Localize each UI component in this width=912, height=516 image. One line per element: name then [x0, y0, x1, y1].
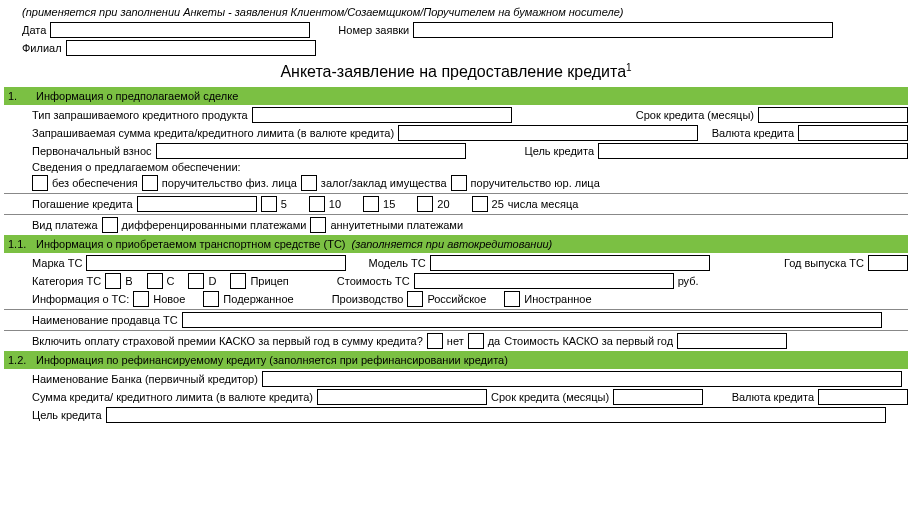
kasko-q-label: Включить оплату страховой премии КАСКО з…: [32, 335, 423, 347]
no-collateral-label: без обеспечения: [52, 177, 138, 189]
used-label: Подержанное: [223, 293, 293, 305]
seller-label: Наименование продавца ТС: [32, 314, 178, 326]
category-label: Категория ТС: [32, 275, 101, 287]
cat-b-checkbox[interactable]: [105, 273, 121, 289]
used-checkbox[interactable]: [203, 291, 219, 307]
new-checkbox[interactable]: [133, 291, 149, 307]
day25-checkbox[interactable]: [472, 196, 488, 212]
product-type-field[interactable]: [252, 107, 512, 123]
down-payment-field[interactable]: [156, 143, 466, 159]
section-1-header: 1. Информация о предполагаемой сделке: [4, 87, 908, 105]
branch-label: Филиал: [22, 42, 62, 54]
repayment-field[interactable]: [137, 196, 257, 212]
purpose-label: Цель кредита: [525, 145, 595, 157]
new-label: Новое: [153, 293, 185, 305]
day10-checkbox[interactable]: [309, 196, 325, 212]
form-title: Анкета-заявление на предоставление креди…: [4, 62, 908, 81]
trailer-label: Прицеп: [250, 275, 288, 287]
kasko-no-label: нет: [447, 335, 464, 347]
section-12-label: Информация по рефинансируемому кредиту (…: [30, 354, 508, 366]
cost-label: Стоимость ТС: [337, 275, 410, 287]
section-12-num: 1.2.: [8, 354, 30, 366]
model-field[interactable]: [430, 255, 710, 271]
branch-field[interactable]: [66, 40, 316, 56]
cat-d-checkbox[interactable]: [188, 273, 204, 289]
brand-field[interactable]: [86, 255, 346, 271]
seller-field[interactable]: [182, 312, 882, 328]
section-11-header: 1.1. Информация о приобретаемом транспор…: [4, 235, 908, 253]
ref-amount-field[interactable]: [317, 389, 487, 405]
kasko-cost-label: Стоимость КАСКО за первый год: [504, 335, 673, 347]
brand-label: Марка ТС: [32, 257, 82, 269]
guarantee-person-checkbox[interactable]: [142, 175, 158, 191]
collateral-info-label: Сведения о предлагаемом обеспечении:: [32, 161, 241, 173]
ref-amount-label: Сумма кредита/ кредитного лимита (в валю…: [32, 391, 313, 403]
bank-name-label: Наименование Банка (первичный кредитор): [32, 373, 258, 385]
differentiated-checkbox[interactable]: [102, 217, 118, 233]
product-type-label: Тип запрашиваемого кредитного продукта: [32, 109, 248, 121]
guarantee-legal-label: поручительство юр. лица: [471, 177, 600, 189]
ref-purpose-field[interactable]: [106, 407, 886, 423]
cost-field[interactable]: [414, 273, 674, 289]
russian-checkbox[interactable]: [407, 291, 423, 307]
year-field[interactable]: [868, 255, 908, 271]
day5-label: 5: [281, 198, 287, 210]
production-label: Производство: [332, 293, 404, 305]
app-number-field[interactable]: [413, 22, 833, 38]
ref-currency-label: Валюта кредита: [732, 391, 814, 403]
day20-checkbox[interactable]: [417, 196, 433, 212]
kasko-no-checkbox[interactable]: [427, 333, 443, 349]
section-11-label: Информация о приобретаемом транспортном …: [30, 238, 346, 250]
day25-label: 25: [492, 198, 504, 210]
kasko-yes-checkbox[interactable]: [468, 333, 484, 349]
loan-term-field[interactable]: [758, 107, 908, 123]
currency-field[interactable]: [798, 125, 908, 141]
differentiated-label: дифференцированными платежами: [122, 219, 307, 231]
foreign-label: Иностранное: [524, 293, 591, 305]
annuity-checkbox[interactable]: [310, 217, 326, 233]
top-note: (применяется при заполнении Анкеты - зая…: [22, 6, 908, 18]
section-1-num: 1.: [8, 90, 30, 102]
day5-checkbox[interactable]: [261, 196, 277, 212]
date-field[interactable]: [50, 22, 310, 38]
purpose-field[interactable]: [598, 143, 908, 159]
kasko-cost-field[interactable]: [677, 333, 787, 349]
section-11-note: (заполняется при автокредитовании): [352, 238, 553, 250]
year-label: Год выпуска ТС: [784, 257, 864, 269]
cat-d-label: D: [208, 275, 216, 287]
pledge-checkbox[interactable]: [301, 175, 317, 191]
section-11-num: 1.1.: [8, 238, 30, 250]
currency-label: Валюта кредита: [712, 127, 794, 139]
req-amount-field[interactable]: [398, 125, 698, 141]
annuity-label: аннуитетными платежами: [330, 219, 463, 231]
guarantee-legal-checkbox[interactable]: [451, 175, 467, 191]
loan-term-label: Срок кредита (месяцы): [636, 109, 754, 121]
req-amount-label: Запрашиваемая сумма кредита/кредитного л…: [32, 127, 394, 139]
russian-label: Российское: [427, 293, 486, 305]
repayment-label: Погашение кредита: [32, 198, 133, 210]
cat-c-checkbox[interactable]: [147, 273, 163, 289]
ref-currency-field[interactable]: [818, 389, 908, 405]
cat-c-label: C: [167, 275, 175, 287]
day15-label: 15: [383, 198, 395, 210]
day10-label: 10: [329, 198, 341, 210]
day20-label: 20: [437, 198, 449, 210]
day15-checkbox[interactable]: [363, 196, 379, 212]
pledge-label: залог/заклад имущества: [321, 177, 447, 189]
kasko-yes-label: да: [488, 335, 501, 347]
cat-b-label: B: [125, 275, 132, 287]
down-payment-label: Первоначальный взнос: [32, 145, 152, 157]
ref-term-field[interactable]: [613, 389, 703, 405]
ref-purpose-label: Цель кредита: [32, 409, 102, 421]
foreign-checkbox[interactable]: [504, 291, 520, 307]
app-number-label: Номер заявки: [338, 24, 409, 36]
trailer-checkbox[interactable]: [230, 273, 246, 289]
section-12-header: 1.2. Информация по рефинансируемому кред…: [4, 351, 908, 369]
no-collateral-checkbox[interactable]: [32, 175, 48, 191]
model-label: Модель ТС: [368, 257, 425, 269]
payment-type-label: Вид платежа: [32, 219, 98, 231]
guarantee-person-label: поручительство физ. лица: [162, 177, 297, 189]
day-suffix-label: числа месяца: [508, 198, 579, 210]
bank-name-field[interactable]: [262, 371, 902, 387]
ref-term-label: Срок кредита (месяцы): [491, 391, 609, 403]
